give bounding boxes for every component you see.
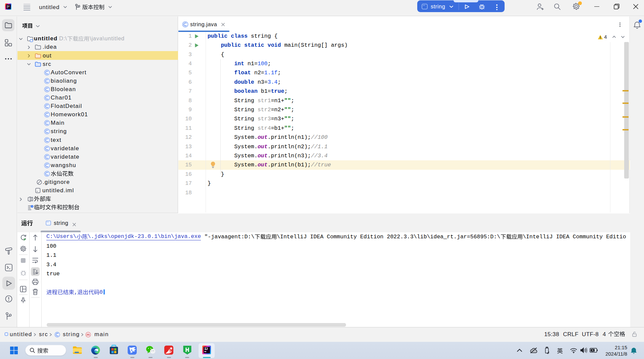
svg-text:m: m <box>87 332 90 336</box>
